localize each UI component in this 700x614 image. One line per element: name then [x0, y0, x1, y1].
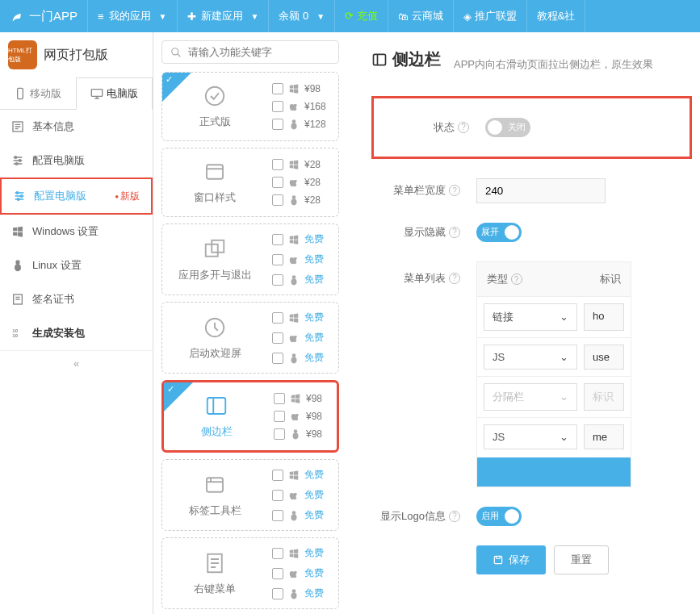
- toggle-state[interactable]: 关闭: [485, 118, 530, 137]
- svg-point-36: [292, 589, 296, 593]
- search-box[interactable]: [161, 40, 339, 64]
- type-select[interactable]: JS⌄: [484, 345, 577, 370]
- feature-card[interactable]: 启动欢迎屏免费免费免费: [161, 302, 339, 374]
- checkbox[interactable]: [272, 119, 283, 130]
- nav-cert[interactable]: 签名证书: [0, 282, 153, 316]
- price-text: 免费: [304, 546, 324, 560]
- tab-mobile[interactable]: 移动版: [0, 77, 76, 109]
- nav-config-new[interactable]: 配置电脑版 新版: [0, 178, 153, 215]
- app-icon: HTML打包版: [8, 40, 37, 69]
- nav-balance[interactable]: 余额 0▼: [269, 0, 335, 32]
- help-icon[interactable]: ?: [449, 273, 460, 284]
- linux-icon: [11, 259, 24, 272]
- feature-card[interactable]: 标签工具栏免费免费免费: [161, 459, 339, 531]
- checkbox[interactable]: [272, 588, 283, 599]
- toggle-logo[interactable]: 启用: [476, 507, 522, 526]
- checkbox[interactable]: [272, 274, 283, 286]
- checkbox[interactable]: [274, 393, 285, 404]
- search-icon: [170, 47, 182, 58]
- id-input[interactable]: ho: [584, 303, 624, 331]
- help-icon[interactable]: ?: [458, 122, 469, 133]
- feature-title: 标签工具栏: [189, 503, 241, 518]
- checkbox[interactable]: [272, 510, 283, 521]
- checkbox[interactable]: [272, 353, 283, 364]
- price-row: 免费: [272, 311, 333, 324]
- nav-myapps[interactable]: ≡ 我的应用▼: [88, 0, 178, 32]
- save-button[interactable]: 保存: [476, 545, 546, 574]
- checkbox[interactable]: [272, 194, 283, 206]
- id-input[interactable]: use: [584, 345, 624, 370]
- nav-alliance[interactable]: ◈ 推广联盟: [454, 0, 527, 32]
- checkbox[interactable]: [272, 490, 283, 501]
- tab-desktop[interactable]: 电脑版: [76, 77, 153, 110]
- nav-linux[interactable]: Linux 设置: [0, 249, 153, 282]
- collapse-sidebar[interactable]: «: [0, 350, 153, 376]
- checkbox[interactable]: [272, 254, 283, 265]
- os-icon: [288, 274, 300, 286]
- nav-newapp[interactable]: ✚ 新建应用▼: [178, 0, 270, 32]
- checkbox[interactable]: [272, 568, 283, 579]
- svg-point-23: [291, 278, 297, 285]
- nav-config[interactable]: 配置电脑版: [0, 144, 153, 178]
- help-icon[interactable]: ?: [449, 227, 460, 238]
- th-id: 标识: [590, 262, 631, 296]
- input-width[interactable]: [476, 178, 606, 203]
- id-input[interactable]: me: [584, 424, 624, 449]
- feature-title: 窗口样式: [194, 190, 236, 205]
- price-row: 免费: [272, 488, 333, 502]
- nav-tutorial[interactable]: 教程&社: [527, 0, 586, 32]
- os-icon: [288, 234, 300, 245]
- checkbox[interactable]: [272, 83, 283, 94]
- id-input: 标识: [584, 383, 624, 411]
- feature-icon: [203, 551, 227, 575]
- add-menu-button[interactable]: [477, 457, 631, 487]
- checkbox[interactable]: [272, 332, 283, 344]
- feature-icon: [204, 394, 228, 418]
- price-text: 免费: [304, 253, 324, 266]
- row-visibility: 显示隐藏? 展开: [371, 223, 692, 242]
- nav-recharge[interactable]: ⟳ 充值: [335, 0, 388, 32]
- help-icon[interactable]: ?: [511, 274, 522, 285]
- checkbox[interactable]: [272, 234, 283, 245]
- nav-build[interactable]: 1010 生成安装包: [0, 316, 153, 350]
- feature-icon: [203, 473, 227, 497]
- checkbox[interactable]: [274, 428, 285, 440]
- checkbox[interactable]: [274, 411, 285, 422]
- chevron-down-icon: ⌄: [560, 311, 568, 323]
- checkbox[interactable]: [272, 312, 283, 324]
- nav-mall[interactable]: 🛍 云商城: [388, 0, 454, 32]
- help-icon[interactable]: ?: [449, 185, 460, 196]
- feature-card[interactable]: 侧边栏¥98¥98¥98: [161, 380, 339, 453]
- feature-title: 侧边栏: [201, 424, 233, 439]
- checkbox[interactable]: [272, 177, 283, 188]
- logo-text: 一门APP: [29, 9, 78, 24]
- checkbox[interactable]: [272, 101, 283, 112]
- os-icon: [288, 177, 300, 188]
- type-select[interactable]: JS⌄: [484, 424, 577, 449]
- type-select[interactable]: 链接⌄: [484, 303, 577, 331]
- topbar: 一门APP ≡ 我的应用▼ ✚ 新建应用▼ 余额 0▼ ⟳ 充值 🛍 云商城 ◈…: [0, 0, 700, 32]
- toggle-visibility[interactable]: 展开: [476, 223, 522, 242]
- feature-card[interactable]: 窗口样式¥28¥28¥28: [161, 148, 339, 217]
- checkbox[interactable]: [272, 159, 283, 170]
- features-panel: 正式版¥98¥168¥128窗口样式¥28¥28¥28应用多开与退出免费免费免费…: [153, 32, 347, 614]
- help-icon[interactable]: ?: [449, 511, 460, 522]
- svg-point-29: [293, 432, 299, 439]
- feature-card[interactable]: 正式版¥98¥168¥128: [161, 72, 339, 141]
- svg-point-20: [292, 195, 296, 199]
- type-select[interactable]: 分隔栏⌄: [484, 383, 577, 411]
- reset-button[interactable]: 重置: [554, 545, 609, 574]
- logo[interactable]: 一门APP: [0, 0, 88, 32]
- feature-card[interactable]: 右键菜单免费免费免费: [161, 537, 339, 609]
- nav-windows[interactable]: Windows 设置: [0, 215, 153, 249]
- feature-card[interactable]: 应用多开与退出免费免费免费: [161, 223, 339, 295]
- price-row: 免费: [272, 351, 333, 365]
- svg-point-17: [292, 119, 296, 123]
- nav-basic[interactable]: 基本信息: [0, 110, 153, 144]
- checkbox[interactable]: [272, 548, 283, 559]
- info-icon: [11, 120, 24, 133]
- search-input[interactable]: [188, 46, 330, 58]
- detail-desc: APP内向右滑动页面拉出侧边栏，原生效果: [454, 57, 653, 72]
- os-icon: [290, 411, 301, 422]
- checkbox[interactable]: [272, 470, 283, 481]
